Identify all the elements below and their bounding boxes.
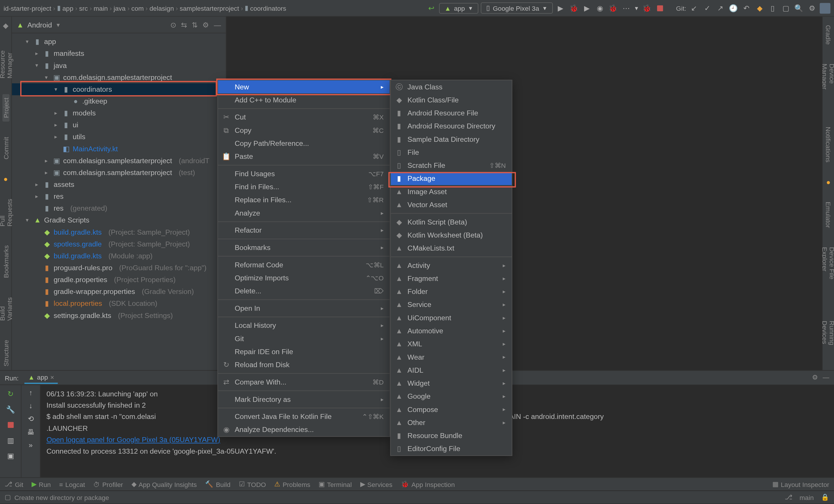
wrap-icon[interactable]: ⟲ bbox=[28, 415, 34, 423]
sub-sample-data-dir[interactable]: ▮Sample Data Directory bbox=[391, 133, 512, 146]
tree-file[interactable]: ◆build.gradle.kts (Module :app) bbox=[12, 250, 226, 262]
tree-file[interactable]: ◆build.gradle.kts (Project: Sample_Proje… bbox=[12, 226, 226, 238]
ctx-new[interactable]: New▸ bbox=[218, 81, 390, 93]
sub-uicomponent[interactable]: ▲UiComponent▸ bbox=[391, 311, 512, 324]
device-selector[interactable]: ▯ Google Pixel 3a ▼ bbox=[481, 2, 553, 14]
crumb[interactable]: samplestarterproject bbox=[179, 4, 239, 12]
bottom-profiler[interactable]: ⏱Profiler bbox=[93, 481, 123, 488]
layout-icon[interactable]: ▣ bbox=[5, 451, 16, 461]
git-push-icon[interactable]: ↗ bbox=[715, 3, 726, 13]
sub-java-class[interactable]: ⓒJava Class bbox=[391, 81, 512, 93]
tree-node-res-gen[interactable]: ▮res (generated) bbox=[12, 202, 226, 214]
bottom-build[interactable]: 🔨Build bbox=[205, 480, 230, 488]
ctx-repair-ide[interactable]: Repair IDE on File bbox=[218, 345, 390, 358]
sub-kt-script[interactable]: ◆Kotlin Script (Beta) bbox=[391, 215, 512, 229]
sync-icon[interactable]: ▢ bbox=[781, 3, 791, 13]
crumb[interactable]: java bbox=[113, 4, 126, 12]
tree-file[interactable]: ◆spotless.gradle (Project: Sample_Projec… bbox=[12, 238, 226, 250]
ctx-open-in[interactable]: Open In▸ bbox=[218, 302, 390, 315]
sub-fragment[interactable]: ▲Fragment▸ bbox=[391, 272, 512, 285]
code-with-me-icon[interactable]: ◆ bbox=[754, 3, 765, 13]
hide-icon[interactable]: — bbox=[214, 21, 221, 29]
target-icon[interactable]: ⊙ bbox=[170, 21, 176, 29]
crumb[interactable]: id-starter-project bbox=[3, 4, 51, 12]
sidebar-device-file-explorer[interactable]: Device File Explorer bbox=[821, 244, 834, 305]
sub-other[interactable]: ▲Other▸ bbox=[391, 416, 512, 429]
tree-file[interactable]: ▮gradle.properties (Project Properties) bbox=[12, 274, 226, 285]
tree-node-pkg2[interactable]: ▸▣com.delasign.samplestarterproject (and… bbox=[12, 155, 226, 167]
status-menu-icon[interactable]: ▢ bbox=[5, 493, 11, 501]
crumb[interactable]: main bbox=[93, 4, 108, 12]
tree-node-models[interactable]: ▸▮models bbox=[12, 107, 226, 119]
tree-node-pkg1[interactable]: ▾▣com.delasign.samplestarterproject bbox=[12, 71, 226, 83]
crumb[interactable]: com bbox=[131, 4, 144, 12]
ctx-find-in-files[interactable]: Find in Files...⇧⌘F bbox=[218, 180, 390, 193]
sidebar-emulator[interactable]: Emulator bbox=[825, 199, 832, 232]
run-config-selector[interactable]: ▲ app ▼ bbox=[439, 3, 479, 13]
tree-node-gitkeep[interactable]: ●.gitkeep bbox=[12, 95, 226, 107]
ctx-convert[interactable]: Convert Java File to Kotlin File⌃⇧⌘K bbox=[218, 410, 390, 423]
undo-icon[interactable]: ↶ bbox=[741, 3, 752, 13]
sub-compose[interactable]: ▲Compose▸ bbox=[391, 403, 512, 416]
close-icon[interactable]: × bbox=[50, 373, 54, 381]
ctx-optimize[interactable]: Optimize Imports⌃⌥O bbox=[218, 271, 390, 284]
bottom-git[interactable]: ⎇Git bbox=[5, 480, 23, 488]
sub-activity[interactable]: ▲Activity▸ bbox=[391, 259, 512, 272]
sub-cmake[interactable]: ▲CMakeLists.txt bbox=[391, 242, 512, 255]
sub-automotive[interactable]: ▲Automotive▸ bbox=[391, 324, 512, 337]
tree-file[interactable]: ▮proguard-rules.pro (ProGuard Rules for … bbox=[12, 262, 226, 274]
ctx-copy-path[interactable]: Copy Path/Reference... bbox=[218, 137, 390, 150]
tree-node-manifests[interactable]: ▸▮manifests bbox=[12, 48, 226, 60]
sub-service[interactable]: ▲Service▸ bbox=[391, 298, 512, 311]
bottom-services[interactable]: ▶Services bbox=[360, 480, 392, 488]
settings-icon[interactable]: ⚙ bbox=[807, 3, 817, 13]
crumb[interactable]: src bbox=[79, 4, 88, 12]
ctx-analyze[interactable]: Analyze▸ bbox=[218, 207, 390, 220]
tree-file[interactable]: ◆settings.gradle.kts (Project Settings) bbox=[12, 310, 226, 321]
bottom-logcat[interactable]: ≡Logcat bbox=[59, 481, 85, 488]
resource-manager-icon[interactable]: ◆ bbox=[3, 21, 8, 30]
device-icon[interactable]: ▯ bbox=[767, 3, 778, 13]
sub-folder[interactable]: ▲Folder▸ bbox=[391, 285, 512, 298]
sub-image-asset[interactable]: ▲Image Asset bbox=[391, 185, 512, 198]
lock-icon[interactable]: 🔒 bbox=[821, 493, 829, 501]
debug-icon[interactable]: 🐞 bbox=[568, 3, 579, 13]
avatar[interactable] bbox=[820, 3, 831, 13]
sub-resource-bundle[interactable]: ▮Resource Bundle bbox=[391, 429, 512, 442]
expand-icon[interactable]: ⇅ bbox=[192, 21, 198, 29]
sidebar-commit[interactable]: Commit bbox=[2, 133, 9, 163]
collapse-icon[interactable]: ⇆ bbox=[181, 21, 187, 29]
tree-file[interactable]: ▮gradle-wrapper.properties (Gradle Versi… bbox=[12, 285, 226, 297]
coverage-icon[interactable]: ▶ bbox=[581, 3, 592, 13]
ctx-cut[interactable]: ✂Cut⌘X bbox=[218, 111, 390, 124]
more-icon[interactable]: ⋯ bbox=[620, 3, 631, 13]
sidebar-bookmarks[interactable]: Bookmarks bbox=[2, 242, 9, 282]
sidebar-notifications[interactable]: Notifications bbox=[825, 123, 832, 166]
ctx-mark-dir[interactable]: Mark Directory as▸ bbox=[218, 393, 390, 406]
sidebar-gradle[interactable]: Gradle bbox=[825, 21, 832, 48]
chevron-down-icon[interactable]: ▼ bbox=[56, 22, 61, 28]
wrench-icon[interactable]: 🔧 bbox=[5, 404, 16, 415]
ctx-delete[interactable]: Delete...⌦ bbox=[218, 284, 390, 297]
sub-wear[interactable]: ▲Wear▸ bbox=[391, 351, 512, 364]
search-icon[interactable]: 🔍 bbox=[793, 3, 804, 13]
sidebar-structure[interactable]: Structure bbox=[2, 337, 9, 370]
filter-icon[interactable]: ▥ bbox=[5, 435, 16, 446]
sidebar-pull-requests[interactable]: Pull Requests bbox=[0, 195, 13, 230]
tree-node-ui[interactable]: ▸▮ui bbox=[12, 119, 226, 131]
sub-editorconfig[interactable]: ▯EditorConfig File bbox=[391, 442, 512, 455]
sidebar-device-manager[interactable]: Device Manager bbox=[821, 60, 834, 112]
back-icon[interactable]: ↩ bbox=[426, 3, 437, 13]
tree-file[interactable]: ▮local.properties (SDK Location) bbox=[12, 298, 226, 310]
branch-name[interactable]: main bbox=[799, 494, 814, 501]
tree-node-gradle-scripts[interactable]: ▾▲Gradle Scripts bbox=[12, 214, 226, 226]
ctx-copy[interactable]: ⧉Copy⌘C bbox=[218, 124, 390, 137]
sub-kt-worksheet[interactable]: ◆Kotlin Worksheet (Beta) bbox=[391, 229, 512, 242]
tree-node-coordinators[interactable]: ▾▮coordinators bbox=[12, 83, 226, 95]
stop-button[interactable] bbox=[655, 3, 665, 13]
crumb[interactable]: coordinators bbox=[250, 4, 286, 12]
ctx-refactor[interactable]: Refactor▸ bbox=[218, 224, 390, 237]
history-icon[interactable]: 🕘 bbox=[728, 3, 739, 13]
gear-icon[interactable]: ⚙ bbox=[812, 374, 818, 382]
git-commit-icon[interactable]: ✓ bbox=[702, 3, 712, 13]
